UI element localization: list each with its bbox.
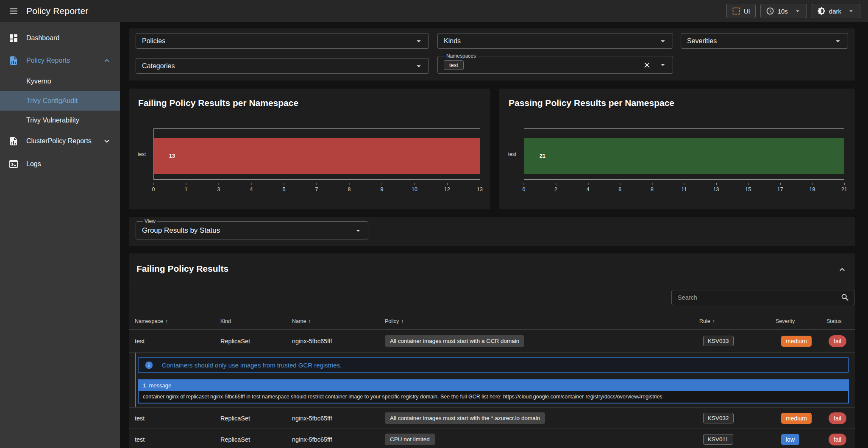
failing-bar[interactable]: 13 <box>154 138 480 174</box>
x-tick-label: 8 <box>651 186 654 192</box>
expanded-row-detail: Containers should only use images from t… <box>135 353 849 408</box>
chart-title: Failing Policy Results per Namespace <box>138 98 298 108</box>
policies-select[interactable]: Policies <box>136 33 429 49</box>
clear-icon[interactable] <box>643 61 651 70</box>
bar-value-label: 21 <box>540 153 545 159</box>
x-tick-label: 15 <box>745 186 751 192</box>
collapse-chevron-up-icon[interactable] <box>837 264 847 275</box>
failing-chart-plot: 13 <box>153 128 480 180</box>
cell-name: nginx-5fbc65fff <box>292 415 385 422</box>
table-header: Namespace↑ Kind Name↑ Policy↑ Rule↑ Seve… <box>129 313 855 330</box>
sort-asc-icon: ↑ <box>165 318 168 324</box>
divider <box>129 283 855 283</box>
passing-chart-card: Passing Policy Results per Namespace tes… <box>499 89 855 209</box>
severity-badge: medium <box>781 336 812 347</box>
column-header-kind[interactable]: Kind <box>220 318 292 324</box>
info-icon <box>145 361 153 370</box>
status-badge: fail <box>829 434 846 445</box>
search-icon[interactable] <box>840 293 850 302</box>
search-box <box>671 290 854 305</box>
cell-namespace: test <box>135 436 220 443</box>
chevron-down-icon <box>658 36 668 46</box>
sidebar-item-policy-reports[interactable]: Policy Reports <box>0 50 120 71</box>
x-tick-label: 7 <box>315 186 318 192</box>
menu-icon[interactable] <box>6 3 21 19</box>
passing-bar[interactable]: 21 <box>524 138 844 174</box>
x-tick-label: 0 <box>523 186 526 192</box>
policy-chip[interactable]: CPU not limited <box>385 434 435 445</box>
sidebar-item-label: Policy Reports <box>26 57 70 64</box>
sidebar-item-label: Dashboard <box>26 34 59 42</box>
x-tick-label: 5 <box>283 186 286 192</box>
chevron-down-icon <box>414 61 423 71</box>
refresh-interval-value: 10s <box>778 8 788 15</box>
table-row[interactable]: test ReplicaSet nginx-5fbc65fff CPU not … <box>129 429 855 448</box>
refresh-interval-select[interactable]: 10s <box>760 4 807 18</box>
ui-version-button[interactable]: UI <box>726 4 756 18</box>
x-tick-label: 13 <box>477 186 483 192</box>
rule-chip[interactable]: KSV033 <box>703 336 734 346</box>
theme-select[interactable]: dark <box>812 4 860 18</box>
sidebar-item-dashboard[interactable]: Dashboard <box>0 28 120 48</box>
cell-namespace: test <box>135 338 220 345</box>
sidebar-item-label: Kyverno <box>26 78 51 85</box>
column-header-policy[interactable]: Policy↑ <box>385 318 699 324</box>
file-chart-icon <box>8 56 19 66</box>
cell-kind: ReplicaSet <box>220 436 292 443</box>
message-title: 1. message <box>139 380 848 391</box>
x-tick-label: 21 <box>841 186 847 192</box>
policy-description-text: Containers should only use images from t… <box>162 362 342 369</box>
policy-description-alert: Containers should only use images from t… <box>138 357 849 373</box>
rule-chip[interactable]: KSV011 <box>703 434 733 445</box>
chevron-down-icon <box>414 36 423 46</box>
results-title: Failing Policy Results <box>136 264 228 274</box>
policy-chip[interactable]: All container images must start with a G… <box>385 335 524 347</box>
sort-asc-icon: ↑ <box>712 318 715 324</box>
namespaces-select[interactable]: Namespaces test <box>437 53 673 74</box>
column-header-name[interactable]: Name↑ <box>292 318 385 324</box>
rule-chip[interactable]: KSV032 <box>703 413 734 423</box>
search-input[interactable] <box>678 294 840 301</box>
chevron-down-icon <box>847 7 855 15</box>
x-tick-label: 0 <box>152 186 155 192</box>
chevron-down-icon[interactable] <box>102 136 111 146</box>
sidebar-item-label: Trivy Vulnerability <box>26 117 79 124</box>
sort-asc-icon: ↑ <box>401 318 404 324</box>
severities-select-label: Severities <box>687 37 717 45</box>
column-header-namespace[interactable]: Namespace↑ <box>135 318 220 324</box>
sidebar-item-trivy-configaudit[interactable]: Trivy ConfigAudit <box>0 91 120 111</box>
view-select[interactable]: View Group Results by Status <box>136 218 368 239</box>
categories-select-label: Categories <box>142 62 175 70</box>
x-tick-label: 1 <box>185 186 188 192</box>
column-header-status[interactable]: Status <box>826 318 855 324</box>
chevron-down-icon <box>833 36 843 46</box>
table-row[interactable]: test ReplicaSet nginx-5fbc65fff All cont… <box>129 408 855 429</box>
sidebar-item-clusterpolicy-reports[interactable]: ClusterPolicy Reports <box>0 131 120 151</box>
sidebar-item-trivy-vulnerability[interactable]: Trivy Vulnerability <box>0 111 120 130</box>
view-select-label: View <box>143 218 157 224</box>
cell-kind: ReplicaSet <box>220 415 292 422</box>
policy-chip[interactable]: All container images must start with the… <box>385 412 545 424</box>
sidebar-item-label: Trivy ConfigAudit <box>26 97 78 105</box>
x-tick-label: 19 <box>809 186 815 192</box>
severities-select[interactable]: Severities <box>681 33 848 49</box>
ui-version-label: UI <box>744 8 750 15</box>
chevron-up-icon[interactable] <box>102 56 111 65</box>
main-content: Policies Kinds Severities Categories Nam… <box>120 22 868 448</box>
categories-select[interactable]: Categories <box>136 58 429 74</box>
x-tick-label: 6 <box>618 186 621 192</box>
column-header-severity[interactable]: Severity <box>776 318 826 324</box>
clock-icon <box>766 7 774 15</box>
table-row[interactable]: test ReplicaSet nginx-5fbc65fff All cont… <box>129 330 855 353</box>
message-block: 1. message container nginx of replicaset… <box>138 379 849 403</box>
column-header-rule[interactable]: Rule↑ <box>699 318 776 324</box>
sidebar-item-label: ClusterPolicy Reports <box>26 137 92 145</box>
sidebar-item-kyverno[interactable]: Kyverno <box>0 72 120 91</box>
y-axis-label: test <box>499 128 520 180</box>
sidebar-item-logs[interactable]: Logs <box>0 154 120 174</box>
passing-chart-plot: 21 <box>524 128 844 180</box>
namespace-chip[interactable]: test <box>444 60 464 70</box>
kinds-select[interactable]: Kinds <box>437 33 673 49</box>
theme-icon <box>817 7 826 15</box>
x-tick-label: 17 <box>777 186 783 192</box>
